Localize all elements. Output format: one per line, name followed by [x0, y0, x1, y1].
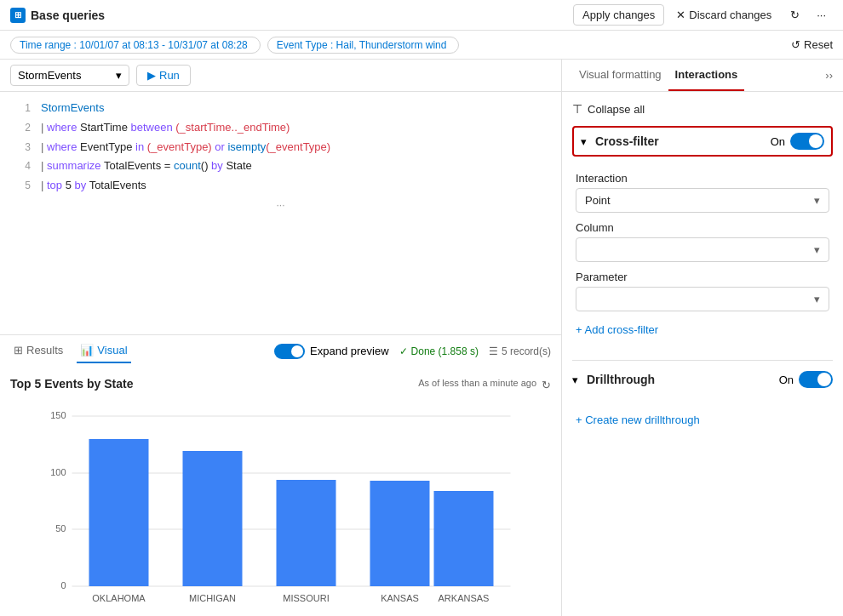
bar-oklahoma[interactable]	[89, 439, 149, 586]
run-button[interactable]: ▶ Run	[136, 65, 191, 86]
code-editor[interactable]: 1 StormEvents 2 | where StartTime betwee…	[0, 92, 561, 334]
create-drillthrough-button[interactable]: + Create new drillthrough	[576, 410, 700, 430]
chart-icon: 📊	[80, 344, 94, 356]
add-cross-filter-button[interactable]: + Add cross-filter	[576, 320, 658, 339]
toggle-on-label: On	[771, 135, 785, 148]
cross-filter-header: ▾ Cross-filter On	[572, 126, 833, 157]
chart-subtitle: As of less than a minute ago	[418, 378, 536, 388]
bar-kansas[interactable]	[370, 481, 430, 586]
reset-button[interactable]: ↺ Reset	[791, 38, 833, 51]
topbar-actions: Apply changes ✕ Discard changes ↻ ···	[573, 4, 833, 26]
svg-text:0: 0	[60, 580, 66, 590]
time-range-filter[interactable]: Time range : 10/01/07 at 08:13 - 10/31/0…	[10, 37, 261, 54]
parameter-select[interactable]: ▾	[576, 287, 829, 311]
right-content: ⊤ Collapse all ▾ Cross-filter On Interac…	[562, 92, 843, 616]
svg-text:MISSOURI: MISSOURI	[283, 593, 329, 603]
cross-filter-title: Cross-filter	[595, 134, 767, 148]
app-title-area: ⊞ Base queries	[10, 8, 566, 23]
expand-preview-toggle[interactable]: Expand preview	[274, 344, 389, 359]
discard-changes-button[interactable]: ✕ Discard changes	[668, 5, 780, 25]
refresh-icon: ↻	[790, 9, 800, 21]
query-select-text: StormEvents	[18, 69, 112, 82]
code-line-3: 3 | where EventType in (_eventType) or i…	[0, 138, 561, 157]
parameter-label: Parameter	[576, 271, 829, 283]
collapse-all-button[interactable]: ⊤ Collapse all	[572, 99, 645, 119]
refresh-chart-icon[interactable]: ↻	[542, 379, 551, 391]
right-tabs: Visual formatting Interactions ››	[562, 60, 843, 92]
tab-results[interactable]: ⊞ Results	[10, 339, 66, 363]
svg-text:ARKANSAS: ARKANSAS	[439, 593, 490, 603]
svg-text:50: 50	[55, 523, 66, 533]
x-icon: ✕	[676, 9, 685, 21]
section-divider	[572, 360, 833, 361]
bar-michigan[interactable]	[183, 451, 243, 586]
drillthrough-toggle-label: On	[779, 374, 794, 386]
code-line-1: 1 StormEvents	[0, 99, 561, 118]
chart-title: Top 5 Events by State	[10, 377, 133, 391]
svg-text:KANSAS: KANSAS	[381, 593, 419, 603]
main-content: StormEvents ▾ ▶ Run 1 StormEvents 2 | wh…	[0, 60, 843, 616]
interaction-label: Interaction	[576, 172, 829, 185]
code-line-2: 2 | where StartTime between (_startTime.…	[0, 118, 561, 138]
apply-changes-button[interactable]: Apply changes	[573, 4, 664, 26]
status-badge: ✓ Done (1.858 s)	[399, 345, 479, 357]
check-icon: ✓	[399, 345, 408, 357]
cross-filter-toggle[interactable]	[790, 133, 824, 150]
drillthrough-body: + Create new drillthrough	[572, 400, 833, 436]
tab-visual-formatting[interactable]: Visual formatting	[572, 60, 668, 91]
bar-arkansas[interactable]	[434, 491, 494, 586]
column-select[interactable]: ▾	[576, 237, 829, 262]
chevron-down-cross-icon[interactable]: ▾	[581, 135, 587, 148]
drillthrough-section: ▾ Drillthrough On + Create new drillthro…	[572, 368, 833, 436]
play-icon: ▶	[147, 69, 156, 82]
tab-interactions[interactable]: Interactions	[668, 60, 745, 91]
interaction-select[interactable]: Point ▾	[576, 188, 829, 213]
more-tabs-button[interactable]: ››	[825, 60, 833, 91]
code-ellipsis: ···	[0, 196, 561, 214]
right-panel: Visual formatting Interactions ›› ⊤ Coll…	[562, 60, 843, 616]
drillthrough-toggle-area: On	[779, 371, 833, 388]
interaction-chevron-icon: ▾	[814, 194, 820, 207]
chevron-right-icon: ››	[825, 69, 833, 82]
ellipsis-icon: ···	[817, 9, 826, 21]
chart-header: Top 5 Events by State As of less than a …	[10, 377, 551, 392]
cross-filter-section: ▾ Cross-filter On Interaction Point ▾ Co…	[572, 126, 833, 346]
expand-toggle-switch[interactable]	[274, 344, 305, 359]
more-button[interactable]: ···	[810, 5, 833, 25]
bottom-tabs: ⊞ Results 📊 Visual Expand preview ✓ Done…	[0, 334, 561, 367]
query-select[interactable]: StormEvents ▾	[10, 65, 129, 86]
cross-filter-body: Interaction Point ▾ Column ▾ Parameter ▾	[572, 165, 833, 346]
app-icon: ⊞	[10, 8, 26, 23]
svg-text:OKLAHOMA: OKLAHOMA	[92, 593, 146, 603]
editor-toolbar: StormEvents ▾ ▶ Run	[0, 60, 561, 92]
app-title: Base queries	[31, 9, 105, 22]
code-line-5: 5 | top 5 by TotalEvents	[0, 176, 561, 196]
cross-filter-toggle-area: On	[771, 133, 824, 150]
svg-text:150: 150	[50, 410, 66, 420]
topbar: ⊞ Base queries Apply changes ✕ Discard c…	[0, 0, 843, 31]
column-chevron-icon: ▾	[814, 243, 820, 256]
parameter-chevron-icon: ▾	[814, 293, 820, 305]
left-panel: StormEvents ▾ ▶ Run 1 StormEvents 2 | wh…	[0, 60, 562, 616]
chevron-down-icon: ▾	[116, 69, 122, 82]
reset-icon: ↺	[791, 38, 800, 51]
code-line-4: 4 | summarize TotalEvents = count() by S…	[0, 157, 561, 176]
table-icon: ⊞	[14, 344, 23, 356]
records-icon: ☰	[489, 345, 498, 357]
column-label: Column	[576, 221, 829, 234]
tab-visual[interactable]: 📊 Visual	[77, 339, 130, 363]
drillthrough-header: ▾ Drillthrough On	[572, 368, 833, 391]
refresh-button[interactable]: ↻	[783, 5, 806, 25]
chart-wrapper: 150 100 50 0 OKLAHOMA MICHIGAN MISSOURI	[10, 399, 551, 616]
collapse-icon: ⊤	[572, 102, 582, 116]
chart-area: Top 5 Events by State As of less than a …	[0, 367, 561, 616]
drillthrough-toggle[interactable]	[799, 371, 833, 388]
filterbar: Time range : 10/01/07 at 08:13 - 10/31/0…	[0, 31, 843, 60]
chevron-down-drill-icon[interactable]: ▾	[572, 374, 578, 386]
svg-text:MICHIGAN: MICHIGAN	[189, 593, 236, 603]
bar-missouri[interactable]	[277, 480, 336, 586]
event-type-filter[interactable]: Event Type : Hail, Thunderstorm wind	[267, 37, 460, 54]
svg-text:100: 100	[50, 467, 66, 477]
bar-chart: 150 100 50 0 OKLAHOMA MICHIGAN MISSOURI	[10, 399, 551, 616]
drillthrough-title: Drillthrough	[587, 373, 776, 386]
